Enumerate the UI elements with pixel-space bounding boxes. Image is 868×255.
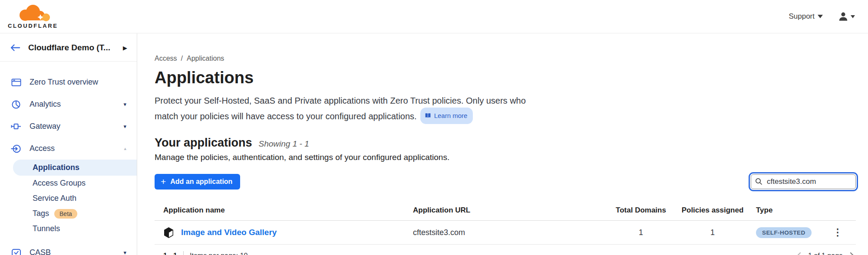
plus-icon: + [161, 177, 166, 186]
sidebar-item-label: Gateway [30, 122, 123, 131]
support-menu[interactable]: Support [789, 12, 823, 21]
footer-divider [183, 251, 184, 255]
beta-badge: Beta [54, 209, 77, 219]
cloudflare-logo[interactable]: CLOUDFLARE [8, 4, 58, 29]
showing-count: Showing 1 - 1 [259, 139, 309, 149]
search-icon [755, 178, 762, 185]
chevron-up-icon: ▴ [124, 146, 126, 151]
sidebar-item-gateway[interactable]: Gateway ▾ [0, 115, 137, 137]
sidebar-item-access-groups[interactable]: Access Groups [0, 176, 137, 191]
learn-more-label: Learn more [434, 109, 468, 122]
add-application-label: Add an application [170, 178, 232, 186]
previous-page-chevron-icon[interactable] [796, 252, 801, 255]
sidebar-nav: Zero Trust overview Analytics ▾ [0, 62, 137, 255]
user-avatar-icon [838, 11, 849, 22]
sidebar-item-tags[interactable]: Tags Beta [0, 206, 137, 221]
chevron-down-icon [851, 15, 855, 18]
cell-policies-assigned: 1 [669, 228, 756, 237]
next-page-chevron-icon[interactable] [850, 252, 855, 255]
sidebar-item-label: Applications [33, 163, 79, 172]
actions-row: + Add an application [155, 174, 856, 190]
pagination: 1 of 1 page [796, 252, 855, 255]
shell: Cloudflare Demo (T... ▶ Zero Trust overv… [0, 33, 868, 255]
cell-type: SELF-HOSTED [756, 227, 828, 238]
breadcrumb-access[interactable]: Access [155, 55, 177, 62]
applications-table: Application name Application URL Total D… [155, 203, 856, 255]
learn-more-button[interactable]: Learn more [420, 108, 473, 124]
sidebar-item-label: Service Auth [33, 194, 76, 203]
support-label: Support [789, 12, 815, 21]
app-root: CLOUDFLARE Support Cloudflare [0, 0, 868, 255]
cell-application-url: cftestsite3.com [413, 228, 613, 237]
pie-chart-icon [11, 100, 21, 109]
col-type: Type [756, 206, 828, 215]
sidebar-account-header: Cloudflare Demo (T... ▶ [0, 33, 137, 62]
access-login-icon [11, 144, 21, 154]
account-name: Cloudflare Demo (T... [28, 43, 120, 52]
sidebar-item-casb[interactable]: CASB ▾ [0, 242, 137, 255]
cell-application-name: Image and Video Gallery [163, 227, 413, 239]
sidebar-item-access[interactable]: Access ▴ [0, 137, 137, 160]
page-description: Protect your Self-Hosted, SaaS and Priva… [155, 94, 537, 124]
sidebar-item-tunnels[interactable]: Tunnels [0, 221, 137, 236]
sidebar-item-label: Tunnels [33, 224, 60, 233]
page-indicator: 1 of 1 page [808, 252, 843, 255]
search-box [751, 174, 856, 189]
col-application-url: Application URL [413, 206, 613, 215]
col-policies-assigned: Policies assigned [669, 206, 756, 215]
table-footer: 1 - 1 Items per page: 10 1 of 1 page [155, 245, 856, 255]
chevron-down-icon [818, 15, 823, 18]
sidebar-item-label: Analytics [30, 100, 123, 109]
sidebar-item-zero-trust-overview[interactable]: Zero Trust overview [0, 71, 137, 93]
overview-window-icon [11, 78, 21, 87]
col-application-name: Application name [163, 206, 413, 215]
main-content: Access / Applications Applications Prote… [137, 33, 868, 255]
user-menu[interactable] [838, 11, 855, 22]
gateway-icon [11, 122, 21, 131]
chevron-down-icon: ▾ [123, 101, 126, 108]
sidebar-item-label: Tags [33, 209, 49, 218]
cloudflare-wordmark: CLOUDFLARE [8, 23, 58, 29]
table-header: Application name Application URL Total D… [155, 203, 856, 221]
breadcrumb: Access / Applications [155, 55, 856, 62]
chevron-down-icon: ▾ [123, 249, 126, 255]
sidebar-item-label: Zero Trust overview [30, 78, 126, 87]
back-arrow-icon[interactable] [10, 44, 20, 52]
cell-total-domains: 1 [613, 228, 669, 237]
topbar-right: Support [789, 11, 855, 22]
sidebar-item-service-auth[interactable]: Service Auth [0, 191, 137, 206]
table-row: Image and Video Gallery cftestsite3.com … [155, 221, 856, 245]
add-application-button[interactable]: + Add an application [155, 174, 240, 190]
chevron-down-icon: ▾ [123, 123, 126, 130]
search-input[interactable] [751, 174, 856, 189]
sidebar: Cloudflare Demo (T... ▶ Zero Trust overv… [0, 33, 137, 255]
sidebar-item-label: Access [30, 144, 124, 153]
sidebar-item-analytics[interactable]: Analytics ▾ [0, 93, 137, 115]
section-header: Your applications Showing 1 - 1 [155, 136, 856, 150]
expand-right-caret-icon[interactable]: ▶ [123, 45, 127, 51]
type-badge: SELF-HOSTED [756, 227, 812, 238]
sidebar-item-applications[interactable]: Applications [13, 160, 137, 176]
book-icon [425, 113, 431, 118]
app-cube-icon [163, 227, 174, 239]
col-total-domains: Total Domains [613, 206, 669, 215]
access-subnav: Applications Access Groups Service Auth … [0, 160, 137, 236]
sidebar-item-label: CASB [30, 248, 123, 255]
breadcrumb-applications[interactable]: Applications [187, 55, 224, 62]
items-per-page: Items per page: 10 [190, 252, 248, 255]
section-subtitle: Manage the policies, authentication, and… [155, 153, 856, 162]
section-title: Your applications [155, 136, 252, 150]
casb-check-icon [11, 248, 21, 255]
footer-left: 1 - 1 Items per page: 10 [163, 251, 248, 255]
top-bar: CLOUDFLARE Support [0, 0, 868, 33]
sidebar-item-label: Access Groups [33, 179, 86, 188]
row-actions-kebab-icon[interactable]: ⋮ [828, 228, 847, 237]
application-link[interactable]: Image and Video Gallery [181, 228, 277, 237]
items-range: 1 - 1 [163, 252, 177, 255]
cloudflare-cloud-icon [10, 4, 56, 22]
breadcrumb-separator: / [181, 55, 183, 62]
page-title: Applications [155, 69, 856, 87]
